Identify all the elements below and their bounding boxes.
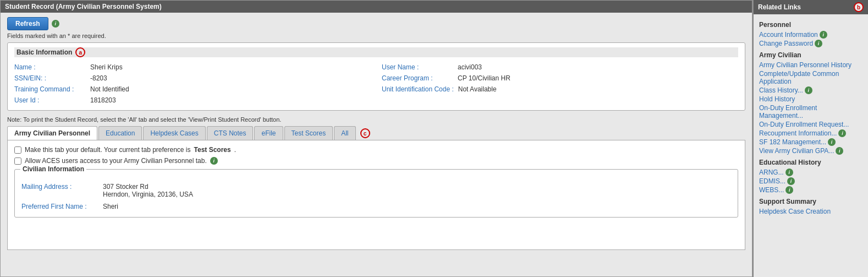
sidebar-header: Related Links b (754, 0, 868, 14)
annotation-c: c (360, 128, 370, 138)
sidebar-section-personnel: Personnel (759, 21, 862, 29)
training-command-row: Training Command : Not Identified (14, 84, 371, 95)
sidebar-header-title: Related Links (758, 3, 801, 11)
default-tab-period: . (234, 146, 236, 154)
link-on-duty-enrollment-request[interactable]: On-Duty Enrollment Request... (759, 120, 862, 129)
basic-info-left: Name : Sheri Krips SSN/EIN: : -8203 Trai… (14, 62, 371, 106)
training-command-label: Training Command : (14, 85, 86, 93)
allow-aces-info-icon[interactable]: i (210, 157, 218, 165)
basic-info-legend: Basic Information a (14, 47, 738, 57)
civilian-info-section: Civilian Information Mailing Address : 3… (14, 169, 738, 218)
sidebar-section-educational-history: Educational History (759, 159, 862, 166)
allow-aces-checkbox[interactable] (14, 157, 21, 165)
default-tab-checkbox[interactable] (14, 146, 21, 154)
account-info-icon[interactable]: i (820, 31, 827, 39)
tab-education[interactable]: Education (98, 126, 142, 140)
link-arng[interactable]: ARNG... i (759, 168, 862, 177)
preferred-first-label: Preferred First Name : (21, 203, 98, 210)
user-id-label: User Id : (14, 96, 86, 104)
mailing-address-label: Mailing Address : (21, 183, 98, 198)
basic-info-grid: Name : Sheri Krips SSN/EIN: : -8203 Trai… (14, 62, 738, 106)
view-print-note: Note: To print the Student Record, selec… (7, 116, 745, 123)
tabs-bar: Army Civilian Personnel Education Helpde… (7, 126, 745, 140)
basic-info-right: User Name : acivi003 Career Program : CP… (382, 62, 738, 106)
webs-info-icon[interactable]: i (785, 186, 793, 194)
career-program-label: Career Program : (382, 74, 453, 82)
toolbar-info-icon[interactable]: i (52, 20, 59, 28)
title-label: Student Record (Army Civilian Personnel … (5, 3, 162, 10)
link-change-password[interactable]: Change Password i (759, 39, 862, 48)
link-hold-history[interactable]: Hold History (759, 95, 862, 104)
arng-info-icon[interactable]: i (785, 169, 793, 176)
tab-efile[interactable]: eFile (254, 126, 283, 140)
ssn-value: -8203 (90, 74, 107, 82)
recoupment-info-icon[interactable]: i (838, 129, 846, 137)
username-label: User Name : (382, 63, 453, 71)
sidebar-section-army-civilian: Army Civilian (759, 51, 862, 59)
link-sf-182-management[interactable]: SF 182 Management... i (759, 138, 862, 146)
mailing-address-row: Mailing Address : 307 Stocker Rd Herndon… (21, 181, 731, 200)
unit-id-value: Not Available (458, 85, 497, 93)
preferred-first-name-row: Preferred First Name : Sheri (21, 200, 731, 213)
link-army-civilian-personnel-history[interactable]: Army Civilian Personnel History (759, 61, 862, 69)
link-account-information[interactable]: Account Information i (759, 30, 862, 39)
default-tab-bold: Test Scores (194, 146, 231, 154)
basic-info-section: Basic Information a Name : Sheri Krips S… (7, 42, 745, 111)
annotation-b: b (854, 2, 864, 12)
civilian-info-title: Civilian Information (20, 165, 86, 173)
username-row: User Name : acivi003 (382, 62, 738, 73)
link-webs[interactable]: WEBS... i (759, 186, 862, 194)
name-value: Sheri Krips (90, 63, 123, 71)
right-sidebar: Related Links b Personnel Account Inform… (752, 0, 868, 277)
page-title: Student Record (Army Civilian Personnel … (1, 1, 752, 13)
unit-id-row: Unit Identification Code : Not Available (382, 84, 738, 95)
basic-info-title: Basic Information (17, 48, 72, 56)
default-tab-text: Make this tab your default. Your current… (25, 146, 191, 154)
required-note: Fields marked with an * are required. (7, 32, 745, 39)
name-label: Name : (14, 63, 86, 71)
user-id-value: 1818203 (90, 96, 116, 104)
preferred-first-value: Sheri (103, 203, 118, 210)
tab-content-area: Make this tab your default. Your current… (7, 140, 745, 250)
sidebar-body: Personnel Account Information i Change P… (754, 14, 868, 219)
ssn-label: SSN/EIN: : (14, 74, 86, 82)
link-on-duty-enrollment-management[interactable]: On-Duty Enrollment Management... (759, 104, 862, 120)
link-helpdesk-case-creation[interactable]: Helpdesk Case Creation (759, 207, 862, 216)
tab-cts-notes[interactable]: CTS Notes (207, 126, 254, 140)
annotation-a: a (75, 47, 85, 57)
link-class-history[interactable]: Class History... i (759, 86, 862, 95)
gpa-info-icon[interactable]: i (836, 147, 843, 155)
edmis-info-icon[interactable]: i (787, 177, 795, 185)
tab-all[interactable]: All (334, 126, 355, 140)
unit-id-label: Unit Identification Code : (382, 85, 454, 93)
training-command-value: Not Identified (90, 85, 129, 93)
ssn-row: SSN/EIN: : -8203 (14, 73, 371, 84)
class-history-info-icon[interactable]: i (805, 86, 812, 94)
refresh-button[interactable]: Refresh (7, 17, 48, 30)
allow-aces-text: Allow ACES users access to your Army Civ… (25, 157, 207, 165)
link-view-army-civilian-gpa[interactable]: View Army Civilian GPA... i (759, 146, 862, 155)
career-program-value: CP 10/Civilian HR (458, 74, 510, 82)
link-recoupment-information[interactable]: Recoupment Information... i (759, 129, 862, 138)
career-program-row: Career Program : CP 10/Civilian HR (382, 73, 738, 84)
username-value: acivi003 (458, 63, 482, 71)
mailing-address-value: 307 Stocker Rd Herndon, Virginia, 20136,… (103, 183, 193, 198)
change-password-info-icon[interactable]: i (815, 40, 822, 47)
name-row: Name : Sheri Krips (14, 62, 371, 73)
tab-army-civilian-personnel[interactable]: Army Civilian Personnel (7, 126, 97, 140)
default-tab-row: Make this tab your default. Your current… (14, 146, 738, 154)
sf182-info-icon[interactable]: i (828, 138, 836, 146)
toolbar: Refresh i (7, 17, 745, 30)
link-complete-update-common-application[interactable]: Complete/Update Common Application (759, 69, 862, 86)
sidebar-section-support-summary: Support Summary (759, 198, 862, 205)
user-id-row: User Id : 1818203 (14, 95, 371, 106)
tab-test-scores[interactable]: Test Scores (284, 126, 333, 140)
link-edmis[interactable]: EDMIS... i (759, 177, 862, 186)
tab-helpdesk-cases[interactable]: Helpdesk Cases (143, 126, 205, 140)
allow-aces-row: Allow ACES users access to your Army Civ… (14, 157, 738, 165)
